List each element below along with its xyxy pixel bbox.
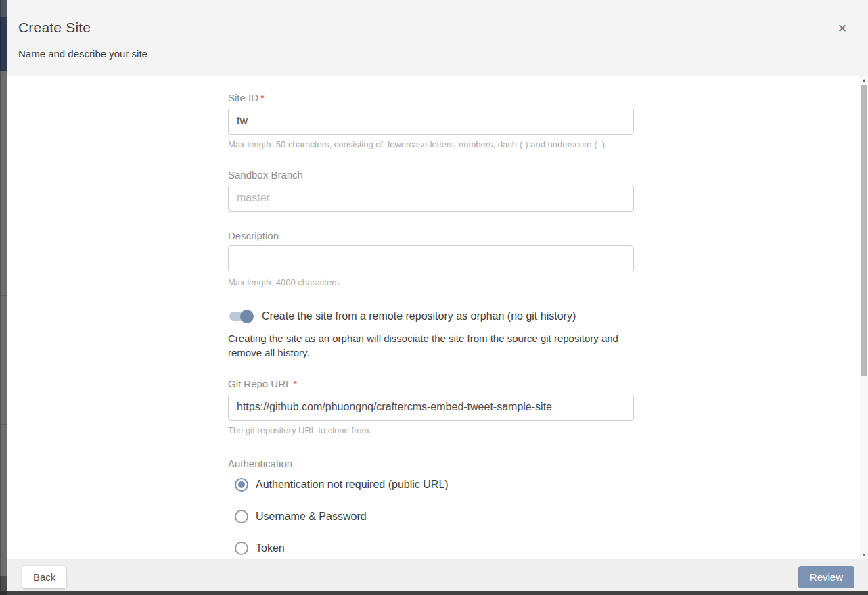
site-id-helper: Max length: 50 characters, consisting of… [228,139,634,149]
background-page-corner [0,591,7,595]
radio-auth-username-password-label: Username & Password [256,510,367,523]
git-repo-url-input[interactable] [228,394,634,421]
git-repo-url-label-text: Git Repo URL [228,378,291,389]
dialog-subtitle: Name and describe your site [18,48,147,60]
radio-auth-username-password[interactable]: Username & Password [228,510,634,523]
dialog-title: Create Site [18,20,91,36]
required-asterisk: * [293,378,297,389]
radio-icon [235,510,248,523]
back-button[interactable]: Back [22,566,66,588]
required-asterisk: * [260,92,265,103]
site-id-label-text: Site ID [228,92,258,103]
close-icon[interactable]: ✕ [834,21,850,37]
scrollbar-up-icon[interactable]: ▲ [860,76,868,85]
radio-auth-none[interactable]: Authentication not required (public URL) [228,478,634,492]
dialog-footer: Back Review [7,559,868,591]
radio-auth-token[interactable]: Token [228,542,634,555]
description-label: Description [228,230,634,241]
radio-auth-token-label: Token [256,542,285,554]
sandbox-branch-label: Sandbox Branch [228,169,634,181]
create-site-dialog: Create Site Name and describe your site … [7,0,868,591]
background-edge-shadow [0,0,1,591]
site-id-input[interactable] [228,108,634,135]
orphan-toggle-switch[interactable] [228,310,255,323]
scrollbar-thumb[interactable] [861,85,867,376]
description-input[interactable] [228,245,634,272]
review-button[interactable]: Review [798,566,854,588]
radio-auth-none-label: Authentication not required (public URL) [256,479,449,491]
dialog-header: Create Site Name and describe your site … [7,0,868,76]
orphan-toggle-label: Create the site from a remote repository… [262,310,576,323]
description-helper: Max length: 4000 characters. [228,277,634,287]
radio-icon [235,542,248,555]
body-scrollbar[interactable]: ▲ ▼ [860,76,868,559]
toggle-thumb [240,310,254,323]
scrollbar-down-icon[interactable]: ▼ [860,551,868,559]
git-repo-url-helper: The git repository URL to clone from. [228,425,634,435]
sandbox-branch-input[interactable] [228,185,634,212]
orphan-toggle-row: Create the site from a remote repository… [228,310,634,323]
background-page-left-strip [0,0,7,591]
create-site-form: Site ID* Max length: 50 characters, cons… [228,92,634,555]
background-page-bottom-strip [0,591,868,595]
authentication-label: Authentication [228,458,634,469]
dialog-body: Site ID* Max length: 50 characters, cons… [7,76,868,559]
orphan-toggle-help: Creating the site as an orphan will diss… [228,331,620,360]
radio-icon [235,478,248,492]
git-repo-url-label: Git Repo URL* [228,378,634,389]
site-id-label: Site ID* [228,92,634,103]
